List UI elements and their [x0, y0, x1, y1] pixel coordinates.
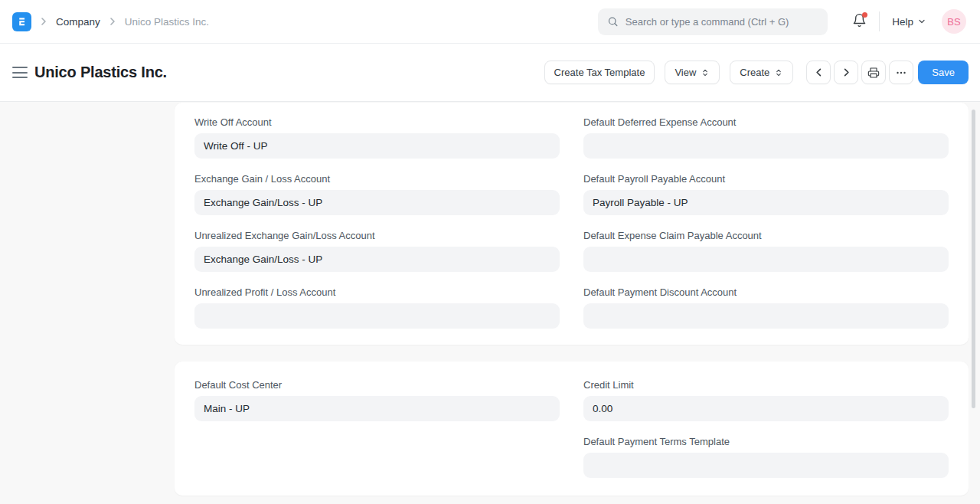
page-title: Unico Plastics Inc. [34, 64, 167, 81]
search-icon [607, 15, 619, 28]
field-default-payment-discount-account: Default Payment Discount Account [583, 286, 949, 329]
unrealized-profit-loss-account-input[interactable] [194, 303, 560, 329]
breadcrumb-current: Unico Plastics Inc. [125, 16, 209, 28]
user-avatar[interactable]: BS [942, 9, 966, 34]
field-label: Default Payroll Payable Account [583, 173, 949, 185]
previous-document-button[interactable] [806, 61, 831, 84]
field-label: Default Deferred Expense Account [583, 116, 949, 128]
field-unrealized-profit-loss-account: Unrealized Profit / Loss Account [194, 286, 560, 329]
unrealized-exchange-gain-loss-account-input[interactable]: Exchange Gain/Loss - UP [194, 247, 560, 272]
hamburger-icon [12, 67, 28, 68]
sidebar-toggle-button[interactable] [12, 64, 28, 81]
default-payroll-payable-account-input[interactable]: Payroll Payable - UP [583, 190, 949, 215]
erpnext-logo-icon [15, 15, 28, 28]
field-label: Write Off Account [194, 116, 560, 128]
create-menu-label: Create [740, 67, 769, 78]
create-tax-template-button[interactable]: Create Tax Template [544, 61, 655, 84]
save-button[interactable]: Save [918, 61, 969, 84]
breadcrumb-chevron-icon [106, 15, 119, 28]
field-default-payroll-payable-account: Default Payroll Payable Account Payroll … [583, 173, 949, 215]
write-off-account-input[interactable]: Write Off - UP [194, 133, 560, 159]
form-column-left: Default Cost Center Main - UP [194, 379, 560, 478]
chevron-up-down-icon [774, 67, 783, 78]
hamburger-icon [12, 77, 28, 78]
search-input[interactable] [626, 16, 818, 28]
form-section-defaults: Default Cost Center Main - UP Credit Lim… [175, 362, 969, 496]
view-menu-label: View [675, 67, 696, 78]
form-column-left: Write Off Account Write Off - UP Exchang… [194, 116, 560, 329]
next-document-button[interactable] [834, 61, 858, 84]
field-default-cost-center: Default Cost Center Main - UP [194, 379, 560, 421]
chevron-left-icon [813, 67, 825, 78]
notifications-button[interactable] [852, 13, 867, 31]
field-exchange-gain-loss-account: Exchange Gain / Loss Account Exchange Ga… [194, 173, 560, 215]
global-search[interactable] [598, 8, 828, 35]
field-label: Unrealized Exchange Gain/Loss Account [194, 230, 560, 241]
default-payment-discount-account-input[interactable] [583, 303, 949, 329]
field-label: Default Cost Center [194, 379, 560, 391]
exchange-gain-loss-account-input[interactable]: Exchange Gain/Loss - UP [194, 190, 560, 215]
field-label: Default Payment Terms Template [583, 436, 949, 447]
page-head: Unico Plastics Inc. Create Tax Template … [0, 44, 980, 102]
field-label: Credit Limit [583, 379, 949, 391]
field-credit-limit: Credit Limit 0.00 [583, 379, 949, 421]
field-label: Unrealized Profit / Loss Account [194, 286, 560, 298]
field-label: Default Payment Discount Account [583, 286, 949, 298]
view-menu-button[interactable]: View [665, 61, 720, 84]
scrollbar[interactable] [972, 110, 975, 408]
hamburger-icon [12, 72, 28, 74]
default-deferred-expense-account-input[interactable] [583, 133, 949, 159]
credit-limit-input[interactable]: 0.00 [583, 396, 949, 421]
field-default-deferred-expense-account: Default Deferred Expense Account [583, 116, 949, 159]
breadcrumb-chevron-icon [38, 15, 50, 28]
form-section-accounts: Write Off Account Write Off - UP Exchang… [175, 103, 969, 345]
field-default-expense-claim-payable-account: Default Expense Claim Payable Account [583, 230, 949, 272]
chevron-up-down-icon [701, 67, 710, 78]
print-button[interactable] [861, 61, 886, 84]
chevron-down-icon [917, 17, 926, 26]
default-expense-claim-payable-account-input[interactable] [583, 247, 949, 272]
field-unrealized-exchange-gain-loss-account: Unrealized Exchange Gain/Loss Account Ex… [194, 230, 560, 272]
field-label: Default Expense Claim Payable Account [583, 230, 949, 241]
form-column-right: Credit Limit 0.00 Default Payment Terms … [583, 379, 949, 478]
notification-dot [862, 12, 867, 18]
help-label: Help [892, 16, 913, 28]
field-label: Exchange Gain / Loss Account [194, 173, 560, 185]
ellipsis-icon [895, 67, 907, 79]
form-column-right: Default Deferred Expense Account Default… [583, 116, 949, 329]
top-navbar: Company Unico Plastics Inc. Help BS [0, 0, 980, 44]
default-cost-center-input[interactable]: Main - UP [194, 396, 560, 421]
more-options-button[interactable] [889, 61, 913, 84]
field-default-payment-terms-template: Default Payment Terms Template [583, 436, 949, 478]
field-write-off-account: Write Off Account Write Off - UP [194, 116, 560, 159]
chevron-right-icon [841, 67, 852, 78]
form-body: Write Off Account Write Off - UP Exchang… [0, 102, 980, 504]
help-menu[interactable]: Help [892, 16, 926, 28]
navbar-divider [879, 11, 880, 31]
printer-icon [867, 67, 880, 79]
page-actions: Create Tax Template View Create [544, 61, 969, 84]
breadcrumb-company[interactable]: Company [56, 16, 100, 28]
default-payment-terms-template-input[interactable] [583, 453, 949, 478]
create-menu-button[interactable]: Create [730, 61, 793, 84]
app-logo[interactable] [12, 12, 31, 31]
